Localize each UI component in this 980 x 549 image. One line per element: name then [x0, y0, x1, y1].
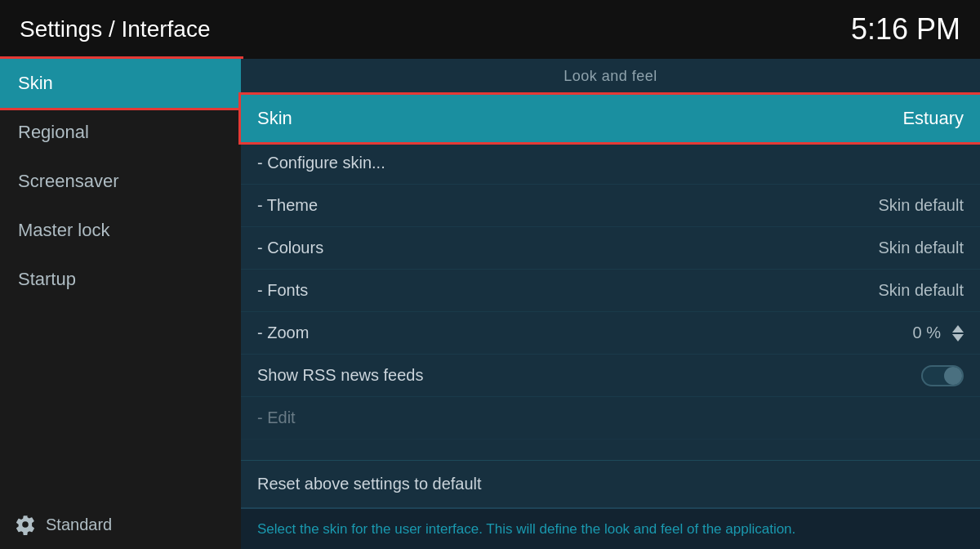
fonts-label: - Fonts: [257, 281, 308, 300]
zoom-arrows[interactable]: [952, 325, 964, 341]
zoom-down-arrow[interactable]: [952, 334, 964, 341]
footer-description: Select the skin for the user interface. …: [257, 521, 795, 538]
zoom-label: - Zoom: [257, 324, 309, 342]
toggle-knob: [944, 367, 962, 385]
settings-level[interactable]: Standard: [0, 500, 241, 549]
fonts-row[interactable]: - Fonts Skin default: [241, 270, 980, 312]
zoom-up-arrow[interactable]: [952, 325, 964, 333]
rss-label: Show RSS news feeds: [257, 366, 423, 385]
main-footer: Select the skin for the user interface. …: [241, 508, 980, 549]
settings-list: - Configure skin... - Theme Skin default…: [241, 142, 980, 460]
theme-value: Skin default: [878, 196, 964, 215]
skin-label: Skin: [257, 108, 292, 129]
zoom-row[interactable]: - Zoom 0 %: [241, 312, 980, 355]
section-title: Look and feel: [564, 68, 657, 85]
edit-label: - Edit: [257, 408, 296, 427]
colours-row[interactable]: - Colours Skin default: [241, 227, 980, 270]
content-area: Skin Regional Screensaver Master lock St…: [0, 59, 980, 549]
sidebar-nav: Skin Regional Screensaver Master lock St…: [0, 59, 241, 304]
zoom-value: 0 %: [913, 324, 964, 342]
app-header: Settings / Interface 5:16 PM: [0, 0, 980, 59]
sidebar-item-screensaver[interactable]: Screensaver: [0, 157, 241, 206]
fonts-value: Skin default: [878, 281, 964, 300]
configure-skin-row[interactable]: - Configure skin...: [241, 142, 980, 185]
section-header: Look and feel: [241, 59, 980, 95]
skin-setting-row[interactable]: Skin Estuary: [241, 95, 980, 142]
rss-row[interactable]: Show RSS news feeds: [241, 355, 980, 397]
page-title: Settings / Interface: [20, 16, 210, 42]
sidebar: Skin Regional Screensaver Master lock St…: [0, 59, 241, 549]
gear-icon: [15, 514, 36, 535]
theme-label: - Theme: [257, 196, 318, 215]
sidebar-item-skin[interactable]: Skin: [0, 59, 241, 108]
sidebar-item-regional[interactable]: Regional: [0, 108, 241, 157]
sidebar-item-masterlock[interactable]: Master lock: [0, 206, 241, 255]
configure-skin-label: - Configure skin...: [257, 154, 385, 172]
colours-value: Skin default: [878, 239, 964, 257]
edit-row: - Edit: [241, 397, 980, 440]
main-panel: Look and feel Skin Estuary - Configure s…: [241, 59, 980, 549]
reset-label: Reset above settings to default: [257, 475, 482, 493]
skin-value: Estuary: [902, 108, 964, 129]
rss-toggle[interactable]: [921, 365, 964, 386]
reset-row[interactable]: Reset above settings to default: [241, 461, 980, 508]
sidebar-item-startup[interactable]: Startup: [0, 255, 241, 304]
colours-label: - Colours: [257, 239, 323, 257]
theme-row[interactable]: - Theme Skin default: [241, 185, 980, 227]
rss-toggle-container: [921, 365, 964, 386]
system-clock: 5:16 PM: [851, 12, 960, 47]
settings-level-label: Standard: [46, 516, 112, 534]
